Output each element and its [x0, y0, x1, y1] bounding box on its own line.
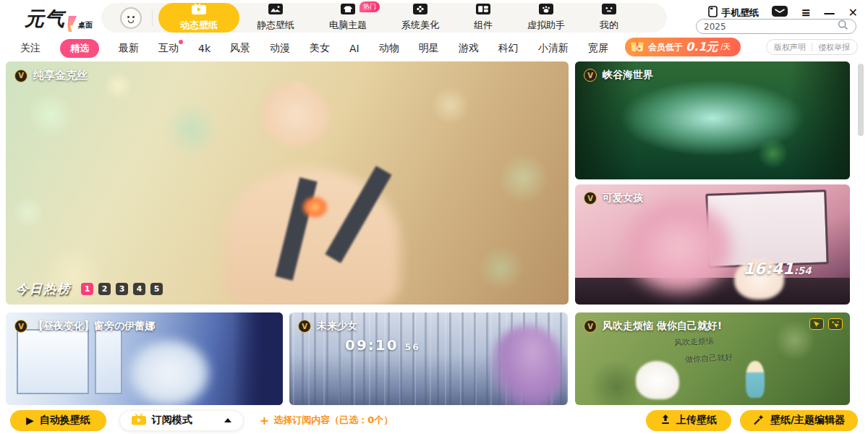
select-subscribe-content-button[interactable]: + 选择订阅内容（已选：0个） [260, 414, 393, 427]
shirt-icon [341, 4, 355, 17]
card-title: V 峡谷海世界 [584, 69, 653, 82]
rank-4-button[interactable]: 4 [133, 283, 145, 295]
vip-text: 会员低于 [648, 41, 683, 54]
search-icon[interactable] [838, 20, 848, 33]
category-fresh[interactable]: 小清新 [538, 42, 569, 55]
nav-item-virtual-assistant[interactable]: 虚拟助手 [510, 3, 582, 33]
category-animal[interactable]: 动物 [379, 42, 399, 55]
subscribe-mode-dropdown[interactable]: 订阅模式 [119, 410, 244, 431]
wallpaper-card-cute-girl[interactable]: 16:41:54 V 可爱女孩 [575, 184, 850, 305]
logo-subtext: 桌面 [78, 20, 93, 30]
rank-1-button[interactable]: 1 [81, 283, 93, 295]
nav-item-dynamic-wallpaper[interactable]: 动态壁纸 [158, 3, 239, 33]
search-box[interactable] [696, 19, 856, 34]
card-title: V 【昼夜变化】窗旁の伊蕾娜 [14, 320, 155, 333]
titlebar-actions: 手机壁纸 ≡ — ✕ [708, 6, 858, 20]
nav-item-label: 我的 [600, 19, 618, 32]
upload-wallpaper-button[interactable]: 上传壁纸 [646, 410, 731, 431]
upload-icon [660, 414, 671, 427]
in-image-caption: 做你自己就好 [685, 352, 733, 365]
wallpaper-card-canyon-sea[interactable]: V 峡谷海世界 [575, 61, 850, 179]
rank-3-button[interactable]: 3 [116, 283, 128, 295]
nav-item-label: 静态壁纸 [257, 19, 294, 32]
rank-5-button[interactable]: 5 [150, 283, 163, 295]
nav-item-label: 电脑主题 [329, 19, 367, 32]
paw-icon [539, 4, 553, 17]
vip-v-badge-icon: V [584, 320, 597, 333]
upload-label: 上传壁纸 [676, 414, 717, 427]
category-items: 关注 精选 最新 互动 4k 风景 动漫 美女 AI 动物 明星 游戏 科幻 小… [20, 39, 648, 58]
nav-item-pc-theme[interactable]: 热门 电脑主题 [312, 3, 384, 33]
wallpaper-theme-editor-button[interactable]: 壁纸/主题编辑器 [740, 410, 858, 431]
footer-actions: 上传壁纸 壁纸/主题编辑器 [646, 410, 858, 431]
report-link[interactable]: 侵权举报 [818, 42, 850, 53]
featured-wallpaper-card[interactable]: V 纯享金克丝 今日热榜 1 2 3 4 5 [6, 61, 569, 305]
hot-rank-pager: 1 2 3 4 5 [81, 283, 163, 295]
category-ai[interactable]: AI [349, 43, 359, 54]
card-title: V 纯享金克丝 [14, 69, 88, 82]
phone-wallpaper-label: 手机壁纸 [721, 7, 759, 20]
nav-item-widgets[interactable]: 组件 [456, 3, 510, 33]
play-icon: ▶ [26, 414, 34, 426]
category-4k[interactable]: 4k [198, 43, 210, 54]
wallpaper-card-future-girl[interactable]: 09:10 56 V 未来少女 [289, 312, 568, 405]
vip-v-badge-icon: V [14, 69, 27, 82]
category-star[interactable]: 明星 [419, 42, 439, 55]
vip-unit: /天 [720, 42, 731, 52]
phone-icon [708, 6, 718, 20]
nav-item-static-wallpaper[interactable]: 静态壁纸 [239, 3, 312, 33]
notification-dot [179, 40, 183, 44]
photo-icon [268, 4, 283, 17]
daily-hot-list: 今日热榜 1 2 3 4 5 [16, 281, 163, 297]
editor-label: 壁纸/主题编辑器 [770, 414, 845, 427]
rank-2-button[interactable]: 2 [98, 283, 111, 295]
phone-wallpaper-button[interactable]: 手机壁纸 [708, 6, 759, 20]
select-content-label: 选择订阅内容（已选：0个） [273, 414, 393, 427]
nav-item-mine[interactable]: 我的 [582, 3, 636, 33]
app-logo[interactable]: 元气 桌面 [25, 6, 93, 32]
nav-item-system-beautify[interactable]: 系统美化 [384, 3, 456, 33]
category-follow[interactable]: 关注 [20, 42, 41, 55]
category-newest[interactable]: 最新 [119, 42, 139, 55]
clock-overlay: 16:41:54 [743, 260, 811, 278]
scrollbar-thumb[interactable] [858, 64, 864, 136]
nav-item-label: 系统美化 [401, 19, 439, 32]
legal-divider [812, 43, 812, 51]
user-avatar[interactable] [120, 7, 142, 29]
copyright-link[interactable]: 版权声明 [774, 42, 806, 53]
vip-promo-banner[interactable]: 会员低于 0.1元 /天 [625, 38, 741, 56]
category-beauty[interactable]: 美女 [310, 42, 330, 55]
menu-icon[interactable]: ≡ [801, 7, 810, 19]
close-icon[interactable]: ✕ [848, 7, 858, 19]
wallpaper-card-wind-worry[interactable]: 风吹走烦恼 做你自己就好 V 风吹走烦恼 做你自己就好! [575, 312, 850, 405]
category-featured[interactable]: 精选 [60, 39, 99, 58]
interactive-cursor-icon [809, 318, 824, 330]
card-feature-badges [809, 318, 843, 330]
wallpaper-title: 纯享金克丝 [33, 69, 88, 82]
category-anime[interactable]: 动漫 [270, 42, 290, 55]
category-scifi[interactable]: 科幻 [498, 42, 519, 55]
auto-change-label: 自动换壁纸 [40, 414, 90, 427]
category-widescreen[interactable]: 宽屏 [588, 42, 608, 55]
mail-icon[interactable] [772, 6, 788, 20]
wallpaper-card-elaina[interactable]: V 【昼夜变化】窗旁の伊蕾娜 [6, 312, 283, 405]
scrollbar-track[interactable] [858, 61, 864, 405]
face-icon [602, 4, 616, 17]
auto-change-wallpaper-button[interactable]: ▶ 自动换壁纸 [10, 410, 106, 431]
search-input[interactable] [704, 22, 838, 32]
card-title: V 可爱女孩 [584, 192, 643, 205]
nav-item-label: 虚拟助手 [527, 19, 565, 32]
minimize-icon[interactable]: — [824, 7, 835, 19]
tv-play-icon [192, 4, 206, 17]
hot-list-label: 今日热榜 [16, 281, 71, 297]
nav-item-label: 动态壁纸 [180, 19, 218, 32]
gift-icon [629, 38, 645, 56]
category-interactive[interactable]: 互动 [158, 42, 179, 55]
clock-overlay: 09:10 56 [345, 336, 420, 354]
tv-icon [132, 413, 146, 427]
nav-divider [152, 10, 153, 26]
card-title: V 风吹走烦恼 做你自己就好! [584, 320, 722, 333]
category-scenery[interactable]: 风景 [230, 42, 250, 55]
interactive-cursor-icon-2 [828, 318, 843, 330]
category-game[interactable]: 游戏 [459, 42, 479, 55]
